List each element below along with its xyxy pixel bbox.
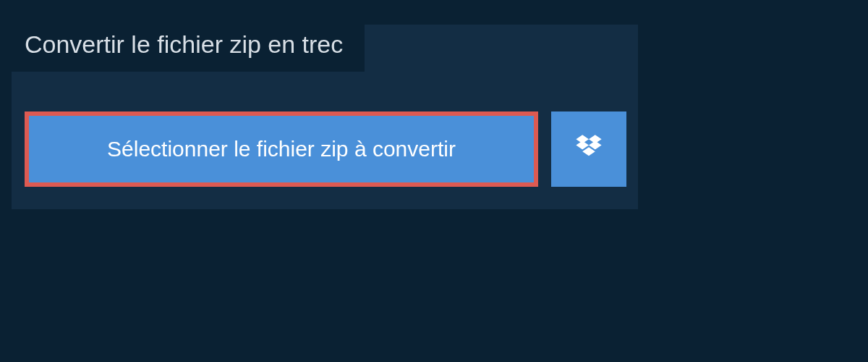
page-title: Convertir le fichier zip en trec (12, 20, 365, 72)
dropbox-icon (573, 133, 605, 165)
dropbox-button[interactable] (551, 111, 626, 187)
select-file-button[interactable]: Sélectionner le fichier zip à convertir (25, 111, 538, 187)
select-file-label: Sélectionner le fichier zip à convertir (107, 137, 456, 161)
converter-panel: Convertir le fichier zip en trec Sélecti… (12, 25, 638, 209)
action-row: Sélectionner le fichier zip à convertir (25, 111, 626, 187)
